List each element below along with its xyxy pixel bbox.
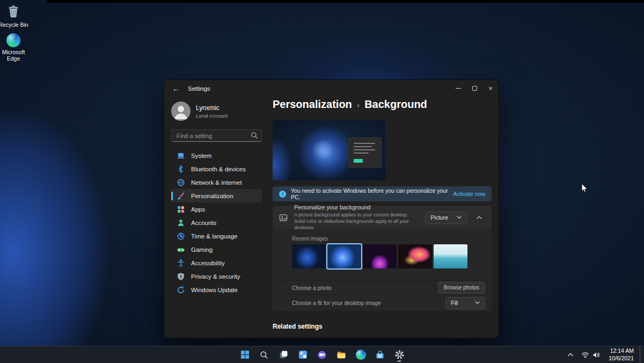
background-type-value: Picture xyxy=(430,214,448,221)
title-bar[interactable]: ← Settings xyxy=(164,80,499,97)
clock-date: 10/6/2021 xyxy=(609,355,634,362)
chat-button[interactable] xyxy=(314,347,330,362)
sidebar-item-windows-update[interactable]: Windows Update xyxy=(171,283,262,296)
choose-fit-row: Choose a fit for your desktop image Fill xyxy=(273,294,492,311)
preview-mini-window xyxy=(348,137,382,168)
sidebar-item-gaming[interactable]: Gaming xyxy=(171,243,262,256)
settings-sidebar: Lynxmic Local Account System Bluetooth &… xyxy=(164,97,269,338)
sidebar-nav: System Bluetooth & devices Network & int… xyxy=(171,149,262,296)
recent-images-label: Recent images xyxy=(292,236,328,242)
choose-photo-label: Choose a photo xyxy=(292,285,438,291)
recycle-bin-shortcut[interactable]: Recycle Bin xyxy=(0,4,30,28)
widgets-icon xyxy=(298,350,308,359)
chevron-up-icon xyxy=(477,216,482,219)
settings-taskbar-button[interactable] xyxy=(392,347,407,362)
sidebar-item-apps[interactable]: Apps xyxy=(171,202,262,216)
picture-frame-icon xyxy=(279,213,288,222)
tray-overflow-button[interactable] xyxy=(565,348,576,362)
tray-clock[interactable]: 12:14 AM 10/6/2021 xyxy=(605,347,637,362)
banner-text: You need to activate Windows before you … xyxy=(291,187,448,200)
edge-label: Microsoft Edge xyxy=(0,49,30,62)
update-arrows-icon xyxy=(177,286,185,294)
activate-now-link[interactable]: Activate now xyxy=(453,191,485,197)
edge-taskbar-button[interactable] xyxy=(353,347,368,362)
window-title: Settings xyxy=(188,85,210,92)
task-view-button[interactable] xyxy=(276,347,291,362)
info-icon: i xyxy=(279,191,286,198)
file-explorer-button[interactable] xyxy=(334,347,349,362)
chat-icon xyxy=(317,350,327,360)
breadcrumb: Personalization › Background xyxy=(273,98,427,111)
show-desktop-button[interactable] xyxy=(640,346,642,363)
edge-icon xyxy=(356,350,366,360)
choose-fit-label: Choose a fit for your desktop image xyxy=(292,300,445,306)
taskbar-search-button[interactable] xyxy=(257,347,272,362)
search-input[interactable] xyxy=(171,129,262,142)
recent-images-row xyxy=(292,244,467,268)
widgets-button[interactable] xyxy=(295,347,310,362)
clock-icon xyxy=(177,232,185,241)
card-title: Personalize your background xyxy=(294,204,419,210)
recent-images-section: Recent images xyxy=(273,229,492,280)
background-thumbnail-purple-glow[interactable] xyxy=(363,244,397,268)
system-tray-status[interactable] xyxy=(579,348,603,362)
breadcrumb-personalization[interactable]: Personalization xyxy=(273,98,352,111)
accessibility-icon xyxy=(177,259,185,267)
maximize-button[interactable] xyxy=(466,80,482,97)
sidebar-item-accounts[interactable]: Accounts xyxy=(171,216,262,229)
shield-icon xyxy=(177,272,185,281)
gear-icon xyxy=(394,350,405,360)
apps-grid-icon xyxy=(177,205,185,214)
back-button[interactable]: ← xyxy=(170,82,182,95)
breadcrumb-separator-icon: › xyxy=(357,99,360,110)
sidebar-item-privacy-security[interactable]: Privacy & security xyxy=(171,270,262,283)
edge-shortcut[interactable]: Microsoft Edge xyxy=(0,33,30,62)
choose-photo-row: Choose a photo Browse photos xyxy=(273,280,492,294)
store-bag-icon xyxy=(375,350,385,360)
related-settings-heading: Related settings xyxy=(273,323,323,330)
account-card[interactable]: Lynxmic Local Account xyxy=(171,101,262,121)
desktop: Recycle Bin Microsoft Edge ← Settings × xyxy=(0,0,644,363)
maximize-icon xyxy=(472,86,477,91)
start-button[interactable] xyxy=(237,347,252,362)
back-arrow-icon: ← xyxy=(172,84,180,93)
recycle-bin-icon xyxy=(6,4,21,20)
task-view-icon xyxy=(279,350,288,359)
network-icon xyxy=(581,352,589,358)
chevron-up-icon xyxy=(568,353,573,357)
minimize-button[interactable] xyxy=(450,80,466,97)
sidebar-item-time-language[interactable]: Time & language xyxy=(171,229,262,243)
background-type-dropdown[interactable]: Picture xyxy=(425,212,467,224)
user-avatar xyxy=(171,101,191,121)
browse-photos-button[interactable]: Browse photos xyxy=(438,282,485,294)
fit-value: Fill xyxy=(451,300,458,306)
minimize-icon xyxy=(456,88,461,89)
sidebar-item-personalization[interactable]: Personalization xyxy=(171,189,262,202)
search-icon xyxy=(260,351,268,359)
system-icon xyxy=(177,151,185,160)
sidebar-item-accessibility[interactable]: Accessibility xyxy=(171,256,262,270)
sidebar-item-bluetooth-devices[interactable]: Bluetooth & devices xyxy=(171,162,262,176)
background-thumbnail-bloom-dark[interactable] xyxy=(292,244,326,268)
store-button[interactable] xyxy=(372,347,387,362)
gamepad-icon xyxy=(177,245,185,254)
background-thumbnail-bloom-light-selected[interactable] xyxy=(327,244,361,268)
background-thumbnail-flower[interactable] xyxy=(398,244,432,268)
screen-top-bezel xyxy=(47,0,644,3)
search-icon xyxy=(251,132,258,141)
preview-accent-block xyxy=(354,159,363,163)
network-globe-icon xyxy=(177,178,185,187)
fit-dropdown[interactable]: Fill xyxy=(445,297,485,309)
background-thumbnail-beach[interactable] xyxy=(434,244,467,268)
volume-icon xyxy=(592,352,600,358)
bluetooth-icon xyxy=(177,165,185,173)
close-button[interactable]: × xyxy=(482,80,499,97)
chevron-down-icon xyxy=(475,301,480,304)
sidebar-item-system[interactable]: System xyxy=(171,149,262,162)
clock-time: 12:14 AM xyxy=(609,347,634,355)
personalize-background-card[interactable]: Personalize your background A picture ba… xyxy=(273,206,492,229)
sidebar-item-network-internet[interactable]: Network & internet xyxy=(171,176,262,189)
collapse-expander-button[interactable] xyxy=(473,212,485,223)
recycle-bin-label: Recycle Bin xyxy=(0,21,28,28)
personalization-icon xyxy=(177,192,185,200)
